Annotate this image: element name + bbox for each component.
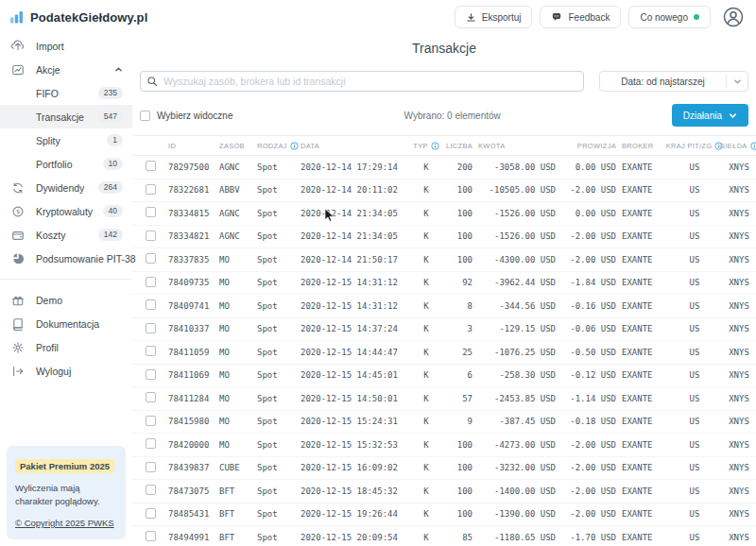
cell-typ: K — [410, 417, 442, 426]
copyright-link[interactable]: © Copyright 2025 PWKS — [15, 518, 114, 528]
table-row[interactable]: 78485431BFTSpot2020-12-15 19:26:44K100-1… — [132, 503, 756, 527]
row-checkbox[interactable] — [146, 277, 168, 289]
user-avatar[interactable] — [722, 6, 745, 28]
table-row[interactable]: 78409741MOSpot2020-12-15 14:31:12K8-344.… — [132, 295, 756, 318]
sidebar-item-wyloguj[interactable]: Wyloguj — [0, 359, 132, 383]
brand[interactable]: PodatekGiełdowy.pl — [9, 9, 147, 25]
info-icon[interactable] — [431, 142, 439, 150]
column-header-id[interactable]: ID — [168, 142, 219, 150]
sidebar-item-koszty[interactable]: Koszty142 — [0, 223, 132, 247]
feedback-button[interactable]: Feedback — [540, 6, 621, 28]
sort-dropdown[interactable]: Data: od najstarszej — [599, 71, 748, 92]
sidebar-item-podsumowanie-pit-38[interactable]: Podsumowanie PIT-38 — [0, 247, 132, 270]
column-header-kwota[interactable]: KWOTA — [478, 142, 561, 150]
row-checkbox[interactable] — [146, 323, 168, 335]
row-checkbox[interactable] — [146, 346, 168, 358]
cell-kwota: -3232.00 USD — [478, 463, 561, 472]
select-visible-checkbox[interactable]: Wybierz widoczne — [140, 111, 233, 121]
count-badge: 1 — [107, 134, 123, 146]
row-checkbox[interactable] — [146, 299, 168, 312]
cell-data: 2020-12-14 21:50:17 — [301, 255, 410, 264]
table-row[interactable]: 78411069MOSpot2020-12-15 14:45:01K6-258.… — [132, 365, 756, 388]
table-row[interactable]: 78334815AGNCSpot2020-12-14 21:34:05K100-… — [132, 202, 756, 226]
table-row[interactable]: 78415980MOSpot2020-12-15 15:24:31K9-387.… — [132, 411, 756, 435]
row-checkbox[interactable] — [146, 508, 168, 520]
row-checkbox[interactable] — [146, 184, 168, 196]
table-row[interactable]: 78410337MOSpot2020-12-15 14:37:24K3-129.… — [132, 318, 756, 342]
actions-label: Działania — [683, 111, 722, 121]
row-checkbox[interactable] — [146, 462, 168, 474]
sidebar-item-demo[interactable]: Demo — [0, 288, 132, 312]
export-label: Eksportuj — [482, 12, 522, 23]
cell-data: 2020-12-15 14:44:47 — [301, 348, 410, 357]
sidebar-divider — [0, 279, 132, 280]
table-row[interactable]: 78473075BFTSpot2020-12-15 18:45:32K100-1… — [132, 480, 756, 503]
table-row[interactable]: 78334821AGNCSpot2020-12-14 21:34:05K100-… — [132, 226, 756, 249]
column-header-kraj-pit-zg[interactable]: KRAJ PIT/ZG — [669, 142, 720, 150]
sidebar-item-splity[interactable]: Splity1 — [0, 128, 132, 152]
column-header-rodzaj[interactable]: RODZAJ — [257, 142, 301, 150]
sidebar-item-dokumentacja[interactable]: Dokumentacja — [0, 312, 132, 335]
table-row[interactable]: 78411284MOSpot2020-12-15 14:50:01K57-245… — [132, 387, 756, 411]
cell-kwota: -1526.00 USD — [478, 209, 561, 218]
info-icon[interactable] — [750, 142, 756, 150]
table-row[interactable]: 78420000MOSpot2020-12-15 15:32:53K100-42… — [132, 434, 756, 457]
checkbox-icon — [146, 531, 156, 541]
sidebar-item-fifo[interactable]: FIFO235 — [0, 81, 132, 105]
green-dot-icon — [694, 14, 699, 20]
sidebar-item-profil[interactable]: Profil — [0, 335, 132, 359]
cell-typ: K — [410, 486, 442, 496]
cell-liczba: 85 — [442, 533, 478, 542]
row-checkbox[interactable] — [146, 161, 168, 173]
table-row[interactable]: 78411059MOSpot2020-12-15 14:44:47K25-107… — [132, 341, 756, 365]
cell-id: 78473075 — [168, 486, 219, 496]
row-checkbox[interactable] — [146, 392, 168, 404]
row-checkbox[interactable] — [146, 207, 168, 219]
table-row[interactable]: 78337835MOSpot2020-12-14 21:50:17K100-43… — [132, 248, 756, 272]
cell-kraj-pit-zg: US — [669, 394, 720, 403]
sidebar-item-import[interactable]: Import — [0, 34, 132, 58]
cell-data: 2020-12-15 14:31:12 — [301, 278, 410, 287]
sidebar-item-portfolio[interactable]: Portfolio10 — [0, 152, 132, 176]
table-row[interactable]: 78297500AGNCSpot2020-12-14 17:29:14K200-… — [132, 156, 756, 179]
table-row[interactable]: 78439837CUBESpot2020-12-15 16:09:02K100-… — [132, 457, 756, 481]
row-checkbox[interactable] — [146, 485, 168, 497]
sidebar-item-label: Import — [36, 41, 123, 52]
checkbox-icon — [146, 253, 156, 264]
column-header-zas-b[interactable]: ZASÓB — [219, 142, 257, 150]
export-button[interactable]: Eksportuj — [455, 6, 533, 28]
row-checkbox[interactable] — [146, 438, 168, 451]
cell-rodzaj: Spot — [257, 417, 301, 426]
table-row[interactable]: 78409735MOSpot2020-12-15 14:31:12K92-396… — [132, 272, 756, 296]
table-row[interactable]: 78494991BFTSpot2020-12-15 20:09:54K85-11… — [132, 526, 756, 546]
info-icon[interactable] — [290, 142, 299, 150]
sidebar-item-dywidendy[interactable]: Dywidendy264 — [0, 176, 132, 199]
column-header-broker[interactable]: BROKER — [622, 142, 669, 150]
row-checkbox[interactable] — [146, 253, 168, 265]
column-header-prowizja[interactable]: PROWIZJA — [561, 142, 622, 150]
table-row[interactable]: 78322681ABBVSpot2020-12-14 20:11:02K100-… — [132, 179, 756, 203]
cell-rodzaj: Spot — [257, 370, 301, 380]
column-header-data[interactable]: DATA — [301, 142, 410, 150]
column-header-liczba[interactable]: LICZBA — [442, 142, 478, 150]
cell-id: 78411069 — [168, 370, 219, 380]
sidebar-item-kryptowaluty[interactable]: $Kryptowaluty40 — [0, 199, 132, 223]
row-checkbox[interactable] — [146, 531, 168, 543]
row-checkbox[interactable] — [146, 416, 168, 428]
sidebar-item-akcje[interactable]: Akcje — [0, 58, 132, 81]
sidebar-item-label: Akcje — [36, 64, 114, 76]
row-checkbox[interactable] — [146, 230, 168, 243]
row-checkbox[interactable] — [146, 369, 168, 382]
cell-kraj-pit-zg: US — [669, 509, 720, 519]
column-header-typ[interactable]: TYP — [410, 142, 442, 150]
cell-rodzaj: Spot — [257, 348, 301, 357]
search-input[interactable] — [140, 71, 584, 92]
actions-button[interactable]: Działania — [672, 104, 748, 127]
whats-new-button[interactable]: Co nowego — [628, 6, 711, 28]
cell-prowizja: -2.00 USD — [561, 185, 622, 195]
column-header-gie-da[interactable]: GIEŁDA — [720, 142, 756, 150]
sidebar-item-transakcje[interactable]: Transakcje547 — [0, 105, 132, 128]
cell-kwota: -1180.65 USD — [478, 533, 561, 542]
cell-zas-b: BFT — [219, 486, 257, 496]
cell-id: 78334821 — [168, 231, 219, 241]
